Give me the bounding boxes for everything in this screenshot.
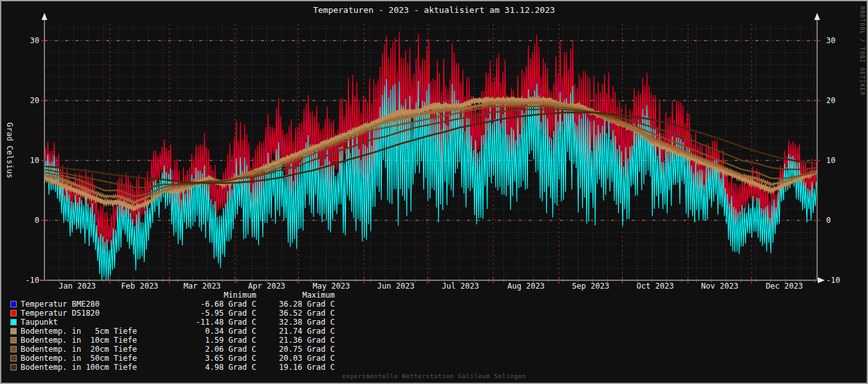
y-tick-label-left: 20 xyxy=(30,96,39,105)
legend-row: Bodentemp. in 10cm Tiefe1.59 Grad C21.36… xyxy=(1,336,452,345)
legend-color-swatch xyxy=(10,364,17,370)
legend-color-swatch xyxy=(10,319,17,325)
x-month-label: May 2023 xyxy=(313,282,350,291)
x-month-label: Jul 2023 xyxy=(442,282,479,291)
y-tick-label-left: 0 xyxy=(35,216,39,225)
y-tick-label-left: -10 xyxy=(25,276,39,285)
x-month-label: Jan 2023 xyxy=(59,282,96,291)
y-axis-arrow xyxy=(815,13,820,20)
axes-layer xyxy=(40,17,820,283)
legend-series-label: Bodentemp. in 100cm Tiefe xyxy=(21,363,192,372)
x-month-label: Feb 2023 xyxy=(121,282,158,291)
x-month-label: Dec 2023 xyxy=(766,282,803,291)
legend-max-value: 19.16 Grad C xyxy=(256,363,335,372)
legend-series-label: Temperatur DS1820 xyxy=(21,309,192,318)
legend-row: Bodentemp. in 50cm Tiefe3.65 Grad C20.03… xyxy=(1,354,452,363)
legend-min-value: 1.59 Grad C xyxy=(192,336,256,345)
legend-max-value: 21.74 Grad C xyxy=(256,327,335,336)
legend-color-swatch xyxy=(10,301,17,307)
axis-arrows xyxy=(42,13,826,283)
legend-row: Taupunkt-11.48 Grad C32.38 Grad C xyxy=(1,318,452,327)
x-month-label: Aug 2023 xyxy=(507,282,545,291)
legend-color-swatch xyxy=(10,328,17,334)
x-month-label: Oct 2023 xyxy=(637,282,674,291)
legend-max-value: 36.52 Grad C xyxy=(256,309,335,318)
legend-max-value: 20.75 Grad C xyxy=(256,345,335,354)
legend-color-swatch xyxy=(10,355,17,361)
legend-series-label: Taupunkt xyxy=(21,318,192,327)
legend-max-value: 36.28 Grad C xyxy=(256,300,335,309)
legend-min-value: -5.95 Grad C xyxy=(192,309,256,318)
x-month-label: Mar 2023 xyxy=(184,282,221,291)
legend-color-swatch xyxy=(10,346,17,352)
legend-header-minimum: Minimum xyxy=(192,291,256,300)
y-tick-label-left: 10 xyxy=(30,156,39,165)
legend-color-swatch xyxy=(10,310,17,316)
rrdtool-graph: Temperaturen - 2023 - aktualisiert am 31… xyxy=(0,0,868,384)
y-tick-label-right: 0 xyxy=(826,216,831,225)
y-tick-label-right: 30 xyxy=(826,36,835,45)
legend-min-value: -6.68 Grad C xyxy=(192,300,256,309)
legend-series-label: Temperatur BME280 xyxy=(21,300,192,309)
footer-caption: experimentelle Wetterstation Galileum So… xyxy=(1,372,867,379)
legend-min-value: 4.98 Grad C xyxy=(192,363,256,372)
legend-series-label: Bodentemp. in 10cm Tiefe xyxy=(21,336,192,345)
legend-header-row: Minimum Maximum xyxy=(1,291,452,300)
legend-row: Temperatur DS1820-5.95 Grad C36.52 Grad … xyxy=(1,309,452,318)
x-month-label: Jun 2023 xyxy=(377,282,415,291)
legend-row: Bodentemp. in 100cm Tiefe4.98 Grad C19.1… xyxy=(1,363,452,372)
legend-row: Temperatur BME280-6.68 Grad C36.28 Grad … xyxy=(1,300,452,309)
series-layer xyxy=(45,32,816,280)
legend: Minimum Maximum Temperatur BME280-6.68 G… xyxy=(1,291,452,372)
legend-color-swatch xyxy=(10,337,17,343)
legend-min-value: 2.06 Grad C xyxy=(192,345,256,354)
y-tick-label-right: 20 xyxy=(826,96,835,105)
x-month-label: Nov 2023 xyxy=(701,282,739,291)
x-month-label: Apr 2023 xyxy=(248,282,285,291)
legend-max-value: 20.03 Grad C xyxy=(256,354,335,363)
x-axis-arrow xyxy=(818,278,825,283)
legend-max-value: 32.38 Grad C xyxy=(256,318,335,327)
legend-max-value: 21.36 Grad C xyxy=(256,336,335,345)
y-tick-label-right: -10 xyxy=(826,276,840,285)
x-month-label: Sep 2023 xyxy=(572,282,609,291)
legend-series-label: Bodentemp. in 5cm Tiefe xyxy=(21,327,192,336)
legend-series-label: Bodentemp. in 50cm Tiefe xyxy=(21,354,192,363)
legend-row: Bodentemp. in 20cm Tiefe2.06 Grad C20.75… xyxy=(1,345,452,354)
legend-row: Bodentemp. in 5cm Tiefe0.34 Grad C21.74 … xyxy=(1,327,452,336)
legend-min-value: 0.34 Grad C xyxy=(192,327,256,336)
legend-series-label: Bodentemp. in 20cm Tiefe xyxy=(21,345,192,354)
y-tick-label-right: 10 xyxy=(826,156,835,165)
y-axis-arrow xyxy=(42,13,48,20)
legend-header-maximum: Maximum xyxy=(256,291,335,300)
y-tick-label-left: 30 xyxy=(30,36,39,45)
legend-min-value: 3.65 Grad C xyxy=(192,354,256,363)
legend-min-value: -11.48 Grad C xyxy=(192,318,256,327)
